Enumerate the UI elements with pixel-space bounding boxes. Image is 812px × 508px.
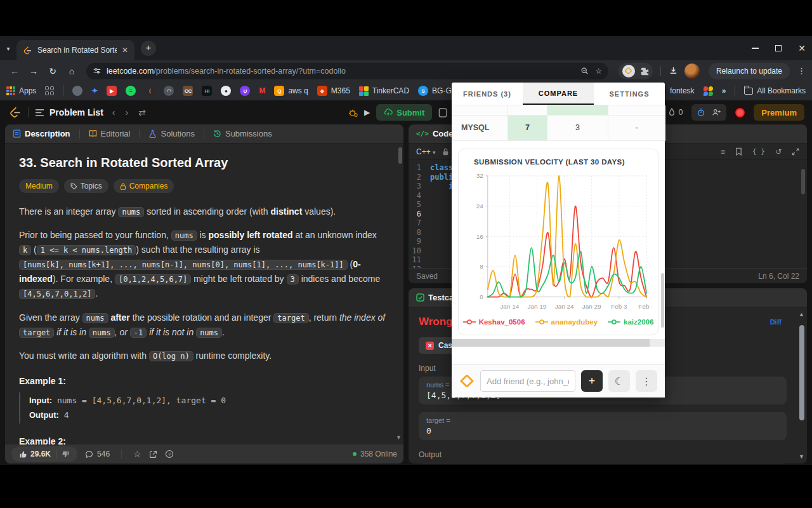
- bookmark-globe[interactable]: ◠: [164, 86, 174, 96]
- bookmark-tab-groups[interactable]: [45, 86, 54, 95]
- language-selector[interactable]: C++ ▾: [416, 147, 436, 156]
- expand-icon[interactable]: [792, 148, 799, 156]
- popup-menu-button[interactable]: ⋮: [636, 370, 657, 392]
- profile-avatar[interactable]: [684, 64, 700, 79]
- popup-tab-settings[interactable]: SETTINGS: [594, 83, 665, 105]
- scroll-down-icon[interactable]: ▼: [799, 453, 804, 460]
- relaunch-button[interactable]: Relaunch to update: [709, 63, 790, 79]
- help-icon[interactable]: ?: [165, 450, 174, 458]
- tab-code[interactable]: </> Code: [416, 129, 453, 138]
- add-friend-button[interactable]: +: [581, 370, 603, 392]
- shuffle-icon[interactable]: ⇄: [138, 107, 146, 117]
- legend-item[interactable]: Keshav_0506: [463, 318, 525, 326]
- bookmark-overflow-chevrons[interactable]: »: [722, 86, 726, 95]
- prev-problem-icon[interactable]: ‹: [112, 107, 115, 117]
- bookmark-leetcode[interactable]: ⟨: [145, 86, 155, 96]
- tab-solutions[interactable]: Solutions: [148, 129, 194, 138]
- tab-close-icon[interactable]: ✕: [122, 46, 128, 55]
- difficulty-badge[interactable]: Medium: [19, 179, 59, 193]
- popup-hscrollbar[interactable]: [452, 339, 665, 347]
- streak-counter[interactable]: 0: [668, 108, 683, 117]
- bookmark-google-photos[interactable]: [704, 86, 713, 96]
- all-bookmarks[interactable]: All Bookmarks: [744, 86, 806, 95]
- bookmark-hi[interactable]: HI: [202, 86, 212, 96]
- editor-scrollbar[interactable]: [801, 169, 805, 194]
- downloads-icon[interactable]: [669, 66, 678, 76]
- bookmark-apps[interactable]: Apps: [6, 86, 36, 95]
- dislike-button[interactable]: [56, 450, 75, 458]
- stopwatch-icon[interactable]: [697, 108, 705, 117]
- minimize-icon[interactable]: [752, 48, 759, 49]
- extensions-puzzle-icon[interactable]: [640, 67, 649, 76]
- bookmark-icon[interactable]: [735, 147, 742, 156]
- bookmark-sphere[interactable]: [72, 86, 82, 96]
- tab-search-icon[interactable]: ▾: [0, 45, 16, 52]
- share-icon[interactable]: [149, 450, 157, 458]
- home-icon[interactable]: ⌂: [63, 66, 80, 76]
- bookmark-spotify[interactable]: ≡: [126, 86, 136, 96]
- reset-icon[interactable]: ↺: [775, 147, 782, 156]
- bookmark-gmail[interactable]: M: [259, 86, 265, 95]
- scroll-up-icon[interactable]: ▲: [799, 311, 804, 318]
- next-problem-icon[interactable]: ›: [125, 107, 128, 117]
- bookmark-star-icon[interactable]: ☆: [595, 67, 602, 76]
- bookmark-youtube[interactable]: ▶: [107, 86, 117, 96]
- toolbar-divider: [660, 66, 661, 76]
- paragraph: You must write an algorithm with O(log n…: [19, 349, 390, 363]
- example-block: Input: nums = [4,5,6,7,0,1,2], target = …: [19, 392, 390, 424]
- github-icon: ●: [221, 86, 231, 96]
- debugger-icon[interactable]: [348, 108, 358, 117]
- forward-icon[interactable]: →: [25, 66, 42, 76]
- popup-tab-friends[interactable]: FRIENDS (3): [452, 83, 523, 105]
- tab-submissions[interactable]: Submissions: [213, 129, 272, 138]
- format-icon[interactable]: ≡: [721, 147, 725, 156]
- add-friend-input[interactable]: [480, 370, 575, 392]
- problem-list-icon[interactable]: [35, 109, 44, 117]
- bookmark-m365[interactable]: ◆M365: [317, 86, 350, 96]
- reload-icon[interactable]: ↻: [44, 66, 61, 76]
- bookmark-cc[interactable]: CC: [183, 86, 193, 96]
- legend-item[interactable]: ananaydubey: [535, 318, 598, 326]
- diff-link[interactable]: Diff: [770, 318, 782, 326]
- zoom-icon[interactable]: [580, 67, 589, 75]
- theme-toggle-button[interactable]: ☾: [608, 370, 630, 392]
- topics-badge[interactable]: Topics: [64, 179, 108, 193]
- legend-item[interactable]: kaiz2006: [608, 318, 653, 326]
- problem-list-label[interactable]: Problem List: [49, 107, 103, 117]
- url-bar[interactable]: leetcode.com/problems/search-in-rotated-…: [86, 63, 608, 79]
- comments-button[interactable]: 546: [85, 450, 110, 458]
- site-settings-icon[interactable]: [93, 67, 102, 76]
- back-icon[interactable]: ←: [6, 66, 23, 76]
- notes-icon[interactable]: [438, 108, 447, 117]
- browser-tab[interactable]: Search in Rotated Sorted Array ✕: [16, 40, 134, 60]
- maximize-icon[interactable]: [775, 45, 782, 51]
- codolio-extension-icon[interactable]: [622, 65, 635, 77]
- tab-editorial[interactable]: Editorial: [89, 129, 131, 138]
- browser-menu-icon[interactable]: ⋮: [797, 66, 806, 76]
- bookmark-github[interactable]: ●: [221, 86, 231, 96]
- scroll-down-icon[interactable]: ▼: [396, 434, 402, 441]
- bookmark-tinkercad[interactable]: TinkerCAD: [359, 86, 409, 96]
- target-field[interactable]: target = 0: [419, 412, 787, 440]
- tab-description[interactable]: Description: [13, 129, 70, 138]
- bookmark-shield[interactable]: U: [240, 86, 250, 96]
- submit-button[interactable]: Submit: [376, 104, 432, 121]
- bookmark-gemini[interactable]: ✦: [91, 86, 98, 95]
- new-tab-button[interactable]: +: [141, 41, 156, 56]
- window-close-icon[interactable]: ✕: [798, 43, 806, 53]
- leetcode-logo[interactable]: [9, 106, 22, 119]
- description-scrollbar[interactable]: [398, 147, 402, 164]
- testcase-scrollbar[interactable]: ▲ ▼: [799, 311, 805, 460]
- braces-icon[interactable]: { }: [752, 147, 765, 156]
- bookmark-aws-q[interactable]: Qaws q: [274, 86, 308, 96]
- run-icon[interactable]: ▶: [364, 108, 370, 117]
- browser-toolbar: ← → ↻ ⌂ leetcode.com/problems/search-in-…: [0, 60, 812, 81]
- popup-vscrollbar[interactable]: [661, 273, 664, 328]
- popup-tab-compare[interactable]: COMPARE: [523, 83, 594, 105]
- favorite-star-icon[interactable]: ☆: [133, 449, 141, 459]
- add-friend-icon[interactable]: [712, 108, 721, 117]
- like-button[interactable]: 29.6K: [14, 450, 56, 458]
- premium-button[interactable]: Premium: [754, 104, 804, 121]
- record-icon[interactable]: [735, 108, 745, 117]
- companies-badge[interactable]: Companies: [114, 179, 174, 193]
